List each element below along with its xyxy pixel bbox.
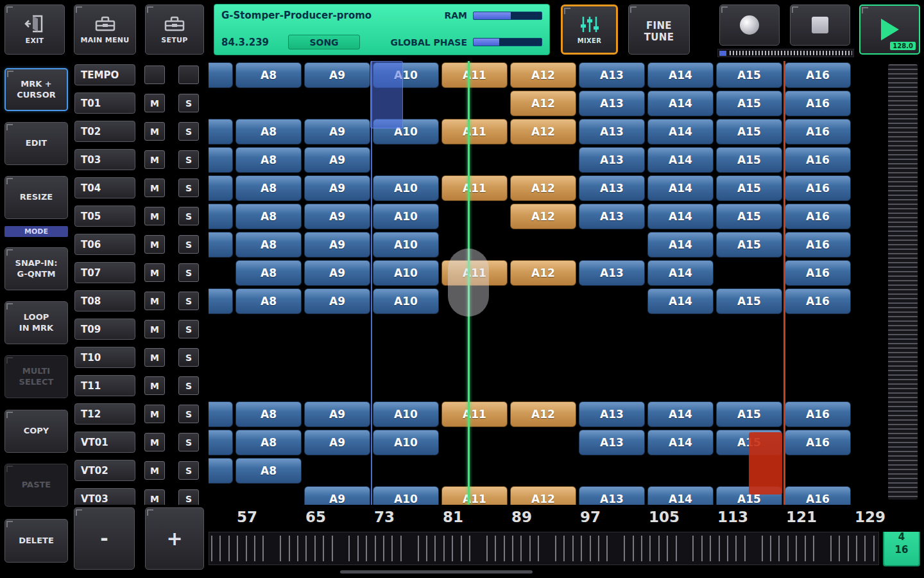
- grid-cell-t01-a15[interactable]: A15: [716, 91, 782, 116]
- grid-cell-t03-a15[interactable]: A15: [716, 147, 782, 173]
- grid-cell-t05-a9[interactable]: A9: [304, 204, 370, 229]
- zoom-out-button[interactable]: -: [74, 507, 135, 570]
- track-button-vt01[interactable]: VT01: [74, 432, 135, 453]
- solo-button-vt01[interactable]: S: [178, 433, 199, 451]
- record-button[interactable]: [719, 4, 780, 46]
- track-button-t02[interactable]: T02: [74, 121, 135, 142]
- grid-cell-vt01-a14[interactable]: A14: [647, 430, 714, 455]
- mute-button-t02[interactable]: M: [144, 122, 165, 141]
- grid-cell-vt01-edge[interactable]: [209, 430, 233, 455]
- solo-button-vt03[interactable]: S: [178, 489, 199, 505]
- solo-button-t09[interactable]: S: [178, 320, 199, 338]
- grid-cell-t07-a14[interactable]: A14: [647, 260, 714, 286]
- grid-cell-t07-a12[interactable]: A12: [510, 260, 576, 286]
- zoom-in-button[interactable]: +: [145, 507, 204, 570]
- track-button-vt02[interactable]: VT02: [74, 460, 135, 481]
- track-button-t06[interactable]: T06: [74, 234, 135, 255]
- grid-cell-vt03-a12[interactable]: A12: [510, 486, 576, 505]
- mute-button-t08[interactable]: M: [144, 292, 165, 310]
- grid-cell-t12-a14[interactable]: A14: [647, 401, 714, 427]
- grid-cell-t02-a9[interactable]: A9: [304, 119, 370, 144]
- mute-button-t01[interactable]: M: [144, 94, 165, 112]
- grid-cell-tempo-a9[interactable]: A9: [304, 62, 370, 88]
- track-button-t08[interactable]: T08: [74, 290, 135, 311]
- mute-button-t04[interactable]: M: [144, 179, 165, 197]
- grid-cell-t02-a16[interactable]: A16: [785, 119, 851, 144]
- grid-cell-t06-a15[interactable]: A15: [716, 232, 782, 258]
- horizontal-scrollbar-thumb[interactable]: [340, 570, 533, 574]
- grid-cell-t03-a14[interactable]: A14: [647, 147, 714, 173]
- track-button-t04[interactable]: T04: [74, 177, 135, 198]
- grid-cell-tempo-a12[interactable]: A12: [510, 62, 576, 88]
- mute-button-vt01[interactable]: M: [144, 433, 165, 451]
- exit-button[interactable]: EXIT: [4, 4, 65, 55]
- grid-cell-vt01-a16[interactable]: A16: [785, 430, 851, 455]
- track-button-t11[interactable]: T11: [74, 375, 135, 396]
- sidebar-item-resize[interactable]: RESIZE: [4, 176, 68, 219]
- grid-cell-t07-a10[interactable]: A10: [373, 260, 439, 286]
- grid-cell-tempo-a13[interactable]: A13: [579, 62, 645, 88]
- grid-cell-t06-a14[interactable]: A14: [647, 232, 714, 258]
- fine-tune-button[interactable]: FINE TUNE: [628, 4, 690, 55]
- grid-cell-t01-a12[interactable]: A12: [510, 91, 576, 116]
- grid-cell-vt03-a13[interactable]: A13: [579, 486, 645, 505]
- grid-cell-t05-a12[interactable]: A12: [510, 204, 576, 229]
- solo-button-tempo[interactable]: [178, 66, 199, 84]
- grid-cell-t03-a13[interactable]: A13: [579, 147, 645, 173]
- track-button-t03[interactable]: T03: [74, 149, 135, 170]
- grid-cell-t04-a12[interactable]: A12: [510, 175, 576, 201]
- solo-button-t02[interactable]: S: [178, 122, 199, 141]
- solo-button-t03[interactable]: S: [178, 150, 199, 169]
- grid-cell-t04-a9[interactable]: A9: [304, 175, 370, 201]
- zoom-strip-handle[interactable]: [719, 51, 726, 56]
- grid-cell-t02-a11[interactable]: A11: [441, 119, 508, 144]
- grid-cell-t08-a16[interactable]: A16: [785, 288, 851, 314]
- track-button-t10[interactable]: T10: [74, 347, 135, 368]
- grid-cell-t05-a8[interactable]: A8: [235, 204, 302, 229]
- mute-button-t07[interactable]: M: [144, 263, 165, 282]
- grid-cell-t06-a16[interactable]: A16: [785, 232, 851, 258]
- track-button-t09[interactable]: T09: [74, 319, 135, 340]
- sidebar-item-loop-in-mrk[interactable]: LOOP IN MRK: [4, 301, 68, 344]
- grid-cell-t02-edge[interactable]: [209, 119, 233, 144]
- main-menu-button[interactable]: MAIN MENU: [74, 4, 136, 55]
- grid-cell-vt02-a8[interactable]: A8: [235, 458, 302, 484]
- grid-cell-t04-a10[interactable]: A10: [373, 175, 439, 201]
- track-button-t05[interactable]: T05: [74, 206, 135, 227]
- grid-cell-vt01-a8[interactable]: A8: [235, 430, 302, 455]
- grid-cell-t12-a9[interactable]: A9: [304, 401, 370, 427]
- grid-cell-t04-a11[interactable]: A11: [441, 175, 508, 201]
- grid-cell-t08-a9[interactable]: A9: [304, 288, 370, 314]
- grid-cell-vt03-a16[interactable]: A16: [785, 486, 851, 505]
- stop-button[interactable]: [790, 4, 850, 46]
- grid-cell-t02-a13[interactable]: A13: [579, 119, 645, 144]
- solo-button-t10[interactable]: S: [178, 348, 199, 367]
- sidebar-item-mrk-cursor[interactable]: MRK + CURSOR: [4, 68, 68, 111]
- grid-cell-tempo-a16[interactable]: A16: [785, 62, 851, 88]
- grid-cell-t08-a14[interactable]: A14: [647, 288, 714, 314]
- grid-cell-tempo-a15[interactable]: A15: [716, 62, 782, 88]
- sidebar-item-snap-in[interactable]: SNAP-IN: G-QNTM: [4, 247, 68, 290]
- mute-button-t03[interactable]: M: [144, 150, 165, 169]
- grid-cell-vt03-a14[interactable]: A14: [647, 486, 714, 505]
- grid-cell-t02-a8[interactable]: A8: [235, 119, 302, 144]
- mute-button-t10[interactable]: M: [144, 348, 165, 367]
- grid-cell-t05-a13[interactable]: A13: [579, 204, 645, 229]
- grid-cell-t05-a14[interactable]: A14: [647, 204, 714, 229]
- vertical-scrollbar[interactable]: [880, 59, 924, 505]
- track-button-vt03[interactable]: VT03: [74, 488, 135, 505]
- grid-cell-t07-a13[interactable]: A13: [579, 260, 645, 286]
- track-button-t12[interactable]: T12: [74, 403, 135, 425]
- grid-cell-t04-a14[interactable]: A14: [647, 175, 714, 201]
- grid-cell-t08-a8[interactable]: A8: [235, 288, 302, 314]
- timeline-zoom-strip[interactable]: [717, 49, 854, 57]
- grid-cell-t06-a9[interactable]: A9: [304, 232, 370, 258]
- grid-cell-tempo-a11[interactable]: A11: [441, 62, 508, 88]
- grid-cell-t05-edge[interactable]: [209, 204, 233, 229]
- grid-cell-t07-a8[interactable]: A8: [235, 260, 302, 286]
- grid-cell-t12-edge[interactable]: [209, 401, 233, 427]
- grid-cell-t06-a8[interactable]: A8: [235, 232, 302, 258]
- sidebar-item-copy[interactable]: COPY: [4, 410, 68, 453]
- grid-cell-t05-a15[interactable]: A15: [716, 204, 782, 229]
- grid-cell-t05-a10[interactable]: A10: [373, 204, 439, 229]
